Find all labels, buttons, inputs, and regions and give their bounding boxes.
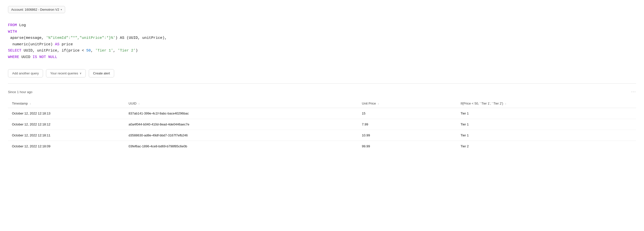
cell-timestamp: October 12, 2022 12:18:13 [8,108,124,119]
more-options-button[interactable]: ··· [631,90,636,94]
cell-timestamp: October 12, 2022 12:18:09 [8,141,124,152]
chevron-down-icon: ∨ [80,72,82,75]
toolbar: Add another query Your recent queries ∨ … [8,69,636,84]
cell-unitPrice: 99.99 [358,141,456,152]
col-header-unit-price[interactable]: Unit Price ↕ [358,99,456,108]
query-line-3: aparse(message, '%"itemId":"*","unitPric… [8,35,636,41]
query-line-4: numeric(unitPrice) AS price [8,41,636,48]
table-header: Timestamp ↕ UUID ↕ Unit Price ↕ If(Price… [8,99,636,108]
results-time-label: Since 1 hour ago [8,90,32,94]
cell-unitPrice: 15 [358,108,456,119]
query-line-6: WHERE UUID IS NOT NULL [8,54,636,61]
query-editor: FROM Log WITH aparse(message, '%"itemId"… [8,20,636,62]
chevron-down-icon: ▾ [61,8,62,11]
cell-unitPrice: 10.99 [358,130,456,141]
cell-uuid: a0a4f044-b040-410d-8ead-4de0446aec7e [124,119,358,130]
recent-queries-label: Your recent queries [50,71,78,75]
cell-uuid: 837ab141-399e-4c1f-9abc-bace40296bac [124,108,358,119]
keyword-where: WHERE [8,55,19,59]
cell-tier: Tier 1 [456,119,636,130]
recent-queries-button[interactable]: Your recent queries ∨ [46,69,86,77]
table-row: October 12, 2022 12:18:11d3588630-ad8e-4… [8,130,636,141]
account-label: Account: 1606862 - Demotron V2 [11,8,59,12]
results-section: Since 1 hour ago ··· Timestamp ↕ UUID ↕ … [8,84,636,152]
create-alert-label: Create alert [93,71,110,75]
results-table: Timestamp ↕ UUID ↕ Unit Price ↕ If(Price… [8,99,636,152]
sort-icon-price: ↕ [378,102,379,105]
cell-uuid: d3588630-ad8e-49df-bbd7-3167f7efb246 [124,130,358,141]
query-line-5: SELECT UUID, unitPrice, if(price < 50, '… [8,48,636,54]
table-header-row: Timestamp ↕ UUID ↕ Unit Price ↕ If(Price… [8,99,636,108]
query-line-1: FROM Log [8,22,636,29]
table-row: October 12, 2022 12:18:13837ab141-399e-4… [8,108,636,119]
keyword-with: WITH [8,30,17,34]
results-meta: Since 1 hour ago ··· [8,90,636,94]
cell-unitPrice: 7.99 [358,119,456,130]
table-row: October 12, 2022 12:18:12a0a4f044-b040-4… [8,119,636,130]
cell-tier: Tier 2 [456,141,636,152]
query-line-2: WITH [8,29,636,35]
table-body: October 12, 2022 12:18:13837ab141-399e-4… [8,108,636,152]
cell-uuid: 03fef6ac-1896-4ce8-bd69-b798f85c6e0b [124,141,358,152]
add-query-label: Add another query [12,71,39,75]
keyword-from: FROM [8,23,17,27]
cell-tier: Tier 1 [456,108,636,119]
col-header-timestamp[interactable]: Timestamp ↕ [8,99,124,108]
sort-icon-uuid: ↕ [138,102,140,105]
add-query-button[interactable]: Add another query [8,69,43,77]
keyword-select: SELECT [8,49,22,53]
cell-timestamp: October 12, 2022 12:18:11 [8,130,124,141]
create-alert-button[interactable]: Create alert [89,69,114,77]
col-header-uuid[interactable]: UUID ↕ [124,99,358,108]
account-selector[interactable]: Account: 1606862 - Demotron V2 ▾ [8,6,65,13]
keyword-is-not-null: IS NOT NULL [32,55,57,59]
col-header-tier[interactable]: If(Price < 50, ' Tier 1', ' Tier 2') ↕ [456,99,636,108]
sort-icon-tier: ↕ [505,102,506,105]
cell-timestamp: October 12, 2022 12:18:12 [8,119,124,130]
keyword-as: AS [55,42,60,47]
table-row: October 12, 2022 12:18:0903fef6ac-1896-4… [8,141,636,152]
page-container: Account: 1606862 - Demotron V2 ▾ FROM Lo… [0,0,644,158]
sort-icon-timestamp: ↕ [30,102,31,105]
cell-tier: Tier 1 [456,130,636,141]
